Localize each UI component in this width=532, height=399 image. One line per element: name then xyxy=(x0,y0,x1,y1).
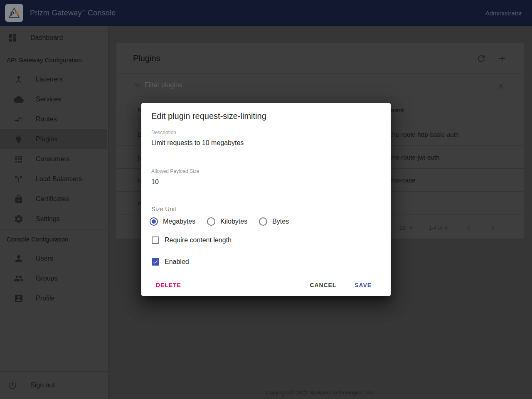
radio-label: Bytes xyxy=(272,218,289,225)
checkbox-label: Require content length xyxy=(165,236,232,244)
radio-option-kilobytes[interactable]: Kilobytes xyxy=(207,217,247,226)
cancel-button[interactable]: CANCEL xyxy=(303,278,343,292)
check-icon xyxy=(153,259,158,265)
dialog-actions: DELETE CANCEL SAVE xyxy=(141,278,391,293)
radio-label: Megabytes xyxy=(163,218,195,225)
enabled-checkbox[interactable]: Enabled xyxy=(152,257,189,266)
delete-button[interactable]: DELETE xyxy=(149,278,188,292)
checkbox-unchecked-icon xyxy=(152,236,159,244)
radio-unchecked-icon xyxy=(259,217,267,226)
size-unit-label: Size Unit xyxy=(151,205,176,213)
radio-unchecked-icon xyxy=(207,217,215,226)
allowed-payload-size-label: Allowed Payload Size xyxy=(151,168,199,174)
edit-plugin-dialog: Edit plugin request-size-limiting Descri… xyxy=(141,103,391,296)
allowed-payload-size-field[interactable] xyxy=(151,176,225,188)
save-button[interactable]: SAVE xyxy=(348,278,378,292)
checkbox-checked-icon xyxy=(152,258,159,266)
description-label: Description xyxy=(151,130,176,135)
checkbox-label: Enabled xyxy=(165,258,189,266)
description-field[interactable] xyxy=(151,137,381,149)
size-unit-radio-group: Megabytes Kilobytes Bytes xyxy=(150,217,300,226)
radio-checked-icon xyxy=(150,217,158,226)
dialog-title: Edit plugin request-size-limiting xyxy=(151,110,266,122)
radio-option-megabytes[interactable]: Megabytes xyxy=(150,217,195,226)
radio-label: Kilobytes xyxy=(220,218,247,225)
require-content-length-checkbox[interactable]: Require content length xyxy=(152,236,232,245)
radio-option-bytes[interactable]: Bytes xyxy=(259,217,289,226)
